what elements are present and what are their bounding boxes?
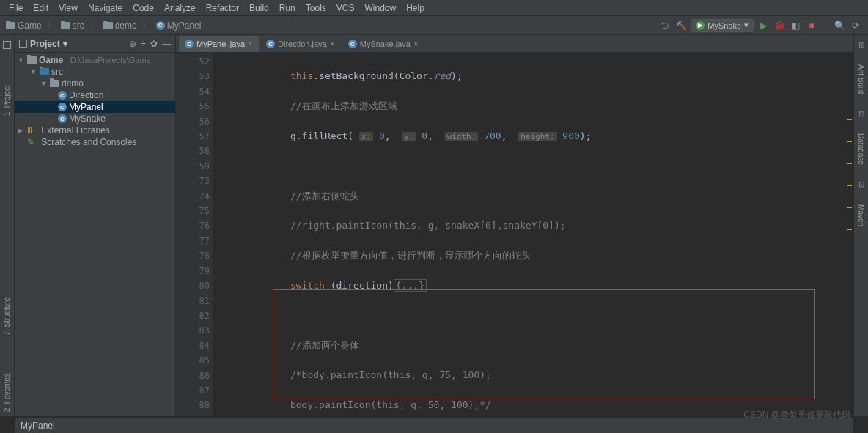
tab-mysnake[interactable]: CMySnake.java× <box>342 36 424 52</box>
menu-analyze[interactable]: Analyze <box>160 1 200 15</box>
folder-icon <box>61 22 70 29</box>
breadcrumb: Game〉 src〉 demo〉 CMyPanel <box>6 19 201 32</box>
gear-icon[interactable]: ✿ <box>150 39 158 49</box>
close-icon[interactable]: × <box>330 39 335 49</box>
menu-window[interactable]: Window <box>360 1 400 15</box>
breadcrumb-bar: MyPanel <box>15 417 853 433</box>
tree-scratches[interactable]: ✎ Scratches and Consoles <box>15 136 175 148</box>
menu-build[interactable]: Build <box>245 1 273 15</box>
menu-run[interactable]: Run <box>275 1 300 15</box>
project-view-icon <box>19 40 27 48</box>
left-tool-strip: 1: Project 7: Structure 2: Favorites <box>0 35 15 416</box>
line-gutter[interactable]: 5253545556575859737475767778798081828384… <box>176 53 213 416</box>
folder-icon <box>103 22 113 29</box>
tree-extlib[interactable]: ▶⊪ External Libraries <box>15 125 175 136</box>
editor-area: CMyPanel.java× CDirection.java× CMySnake… <box>176 35 853 416</box>
select-opened-icon[interactable]: ⊕ <box>129 39 136 49</box>
maven-icon[interactable]: ⊡ <box>855 178 868 191</box>
ant-icon[interactable]: ⊞ <box>855 38 868 51</box>
pkg-icon <box>50 80 59 87</box>
project-files-icon[interactable] <box>1 38 14 51</box>
stop-button[interactable]: ■ <box>805 19 818 32</box>
run-button[interactable]: ▶ <box>757 19 770 32</box>
bc-class[interactable]: CMyPanel <box>156 21 202 31</box>
tool-ant[interactable]: Ant Build <box>857 60 865 98</box>
src-folder-icon <box>40 68 49 75</box>
bc-src[interactable]: src <box>61 21 84 31</box>
back-icon[interactable]: ⮌ <box>658 19 672 32</box>
watermark: CSDN @@每天都要敲代码 <box>743 409 850 421</box>
close-icon[interactable]: × <box>248 39 253 49</box>
collapse-icon[interactable]: ÷ <box>141 39 146 49</box>
status-class[interactable]: MyPanel <box>21 421 55 431</box>
scratch-icon: ✎ <box>27 137 34 147</box>
class-icon: C <box>185 40 194 48</box>
tree-root[interactable]: ▼Game D:\JavaProjects\Game <box>15 54 175 66</box>
menu-vcs[interactable]: VCS <box>332 1 359 15</box>
bc-demo[interactable]: demo <box>103 21 137 31</box>
code-editor[interactable]: this.setBackground(Color.red); //在画布上添加游… <box>213 53 853 416</box>
hide-icon[interactable]: — <box>162 39 171 49</box>
sync-icon[interactable]: ⟳ <box>849 19 862 32</box>
class-icon: C <box>58 114 67 123</box>
app-icon: ▶ <box>696 21 705 30</box>
tree-class-mypanel[interactable]: CMyPanel <box>15 101 175 113</box>
tree-src[interactable]: ▼src <box>15 66 175 78</box>
debug-button[interactable]: 🐞 <box>773 19 786 32</box>
right-tool-strip: ⊞ Ant Build ⊟ Database ⊡ Maven <box>853 35 868 416</box>
tool-structure[interactable]: 7: Structure <box>3 293 11 340</box>
tool-favorites[interactable]: 2: Favorites <box>3 369 11 416</box>
menu-code[interactable]: Code <box>128 1 158 15</box>
menu-file[interactable]: File <box>4 1 27 15</box>
class-icon: C <box>348 40 357 48</box>
tree-pkg[interactable]: ▼demo <box>15 78 175 89</box>
project-title: Project <box>30 39 60 49</box>
tool-database[interactable]: Database <box>857 129 865 169</box>
tab-mypanel[interactable]: CMyPanel.java× <box>179 36 259 52</box>
tool-maven[interactable]: Maven <box>857 200 865 231</box>
fold-box[interactable]: {...} <box>394 279 427 292</box>
menu-help[interactable]: Help <box>402 1 429 15</box>
project-tree: ▼Game D:\JavaProjects\Game ▼src ▼demo CD… <box>15 53 175 149</box>
folder-icon <box>27 56 37 64</box>
project-panel-header: Project ▾ ⊕ ÷ ✿ — <box>15 35 175 53</box>
search-icon[interactable]: 🔍 <box>833 19 846 32</box>
menu-tools[interactable]: Tools <box>301 1 331 15</box>
tree-class-mysnake[interactable]: CMySnake <box>15 113 175 125</box>
editor-tabs: CMyPanel.java× CDirection.java× CMySnake… <box>176 35 853 53</box>
class-icon: C <box>266 40 275 48</box>
nav-bar: Game〉 src〉 demo〉 CMyPanel ⮌ 🔨 ▶MySnake ▾… <box>0 16 868 35</box>
build-icon[interactable]: 🔨 <box>674 19 688 32</box>
tab-direction[interactable]: CDirection.java× <box>260 36 341 52</box>
menu-edit[interactable]: Edit <box>29 1 53 15</box>
folder-icon <box>6 22 15 29</box>
class-icon: C <box>58 103 67 111</box>
editor-marks[interactable] <box>846 89 852 309</box>
bc-game[interactable]: Game <box>6 21 42 31</box>
menu-bar: File Edit View Navigate Code Analyze Ref… <box>0 0 868 16</box>
library-icon: ⊪ <box>27 125 34 136</box>
class-icon: C <box>58 91 67 100</box>
project-panel: Project ▾ ⊕ ÷ ✿ — ▼Game D:\JavaProjects\… <box>15 35 176 416</box>
menu-view[interactable]: View <box>54 1 82 15</box>
close-icon[interactable]: × <box>413 39 419 49</box>
tree-class-direction[interactable]: CDirection <box>15 89 175 101</box>
class-icon: C <box>156 21 165 30</box>
db-icon[interactable]: ⊟ <box>855 107 868 120</box>
menu-refactor[interactable]: Refactor <box>202 1 243 15</box>
coverage-button[interactable]: ◧ <box>789 19 802 32</box>
menu-navigate[interactable]: Navigate <box>84 1 127 15</box>
run-config-selector[interactable]: ▶MySnake ▾ <box>691 19 754 32</box>
tool-project[interactable]: 1: Project <box>3 81 11 120</box>
